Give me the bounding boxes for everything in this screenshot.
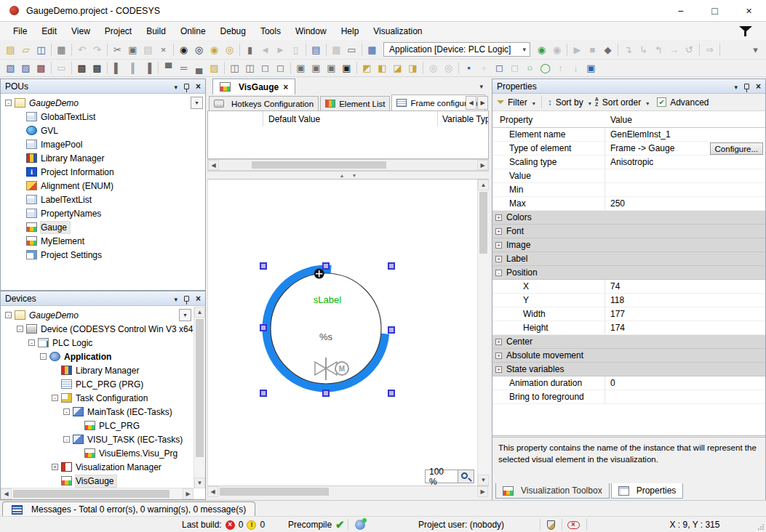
bottom-tab-properties[interactable]: Properties [611,483,684,499]
group-icon[interactable]: ◎ [426,61,441,76]
chevron-down-icon[interactable] [531,97,535,108]
property-row-center[interactable]: +Center [492,335,765,349]
property-row-scaling-type[interactable]: Scaling typeAnisotropic [492,156,765,169]
menu-view[interactable]: View [64,23,97,39]
previous-bookmark-icon[interactable]: ◄ [258,42,273,57]
declare-variable-icon[interactable]: ▦ [329,42,344,57]
property-value-width[interactable]: 177 [605,309,765,319]
new-project-icon[interactable]: ▤ [3,42,18,57]
collapse-icon[interactable]: - [28,339,35,346]
canvas-vscrollbar[interactable]: ▲ ▼ [477,180,489,485]
print-icon[interactable]: ▦ [54,42,69,57]
property-row-image[interactable]: +Image [492,238,765,252]
paste-icon[interactable]: ▤ [140,42,156,57]
menu-edit[interactable]: Edit [34,23,64,39]
text-editor-icon[interactable]: ▣ [583,61,599,76]
collapse-icon[interactable]: - [5,100,12,106]
selection-handle-sw[interactable] [260,390,267,397]
size-to-grid-icon[interactable]: ▣ [339,61,354,76]
expand-icon[interactable]: + [495,228,502,235]
anchor-corner-icon[interactable]: ▫ [476,61,492,76]
advanced-checkbox[interactable] [657,97,666,107]
property-value-animation-duration[interactable]: 0 [605,378,765,388]
collapse-icon[interactable]: - [52,395,58,401]
close-icon[interactable] [756,81,761,92]
scroll-down-icon[interactable]: ▼ [478,475,489,485]
tree-item-gvl[interactable]: GVL [1,124,205,137]
editor-splitter[interactable]: ▲ ▼ [207,171,489,180]
canvas-hscrollbar[interactable]: ◀ ▶ [207,485,489,497]
minimize-button[interactable]: − [663,0,698,21]
property-value-scaling-type[interactable]: Anisotropic [605,157,765,167]
scroll-right-icon[interactable]: ▶ [477,486,488,497]
close-icon[interactable] [196,81,201,92]
tree-item-plc-prg-prg[interactable]: PLC_PRG (PRG) [1,377,194,391]
device-manager-icon[interactable]: ▨ [18,61,33,76]
scroll-thumb[interactable] [252,161,386,169]
align-right-icon[interactable]: ▐ [140,61,156,76]
step-out-icon[interactable]: ↰ [651,42,666,57]
distribute-vertical2-icon[interactable]: ◻ [273,61,288,76]
expand-icon[interactable]: + [52,464,58,470]
copy-icon[interactable]: ▣ [125,42,140,57]
property-row-width[interactable]: Width177 [492,307,765,321]
scroll-right-icon[interactable]: ▶ [183,488,194,499]
gauge-element[interactable]: sLabel %s M [258,261,394,396]
tree-item-globaltextlist[interactable]: GlobalTextList [1,110,205,124]
tree-item-gauge[interactable]: Gauge [1,220,205,234]
splitter-down-icon[interactable]: ▼ [352,173,357,178]
align-bottom-icon[interactable]: ▄ [191,61,207,76]
close-button[interactable]: × [732,0,766,21]
property-row-position[interactable]: -Position [492,266,765,280]
collapse-icon[interactable]: - [495,270,502,276]
bring-forward-icon[interactable]: ◪ [390,61,405,76]
expand-icon[interactable]: + [495,366,502,373]
property-row-animation-duration[interactable]: Animation duration0 [492,376,765,390]
scroll-up-icon[interactable]: ▲ [478,180,489,190]
scroll-thumb[interactable] [220,488,329,496]
property-value-height[interactable]: 174 [605,323,765,333]
selection-handle-nw[interactable] [260,262,267,270]
chevron-down-icon[interactable] [645,97,649,108]
make-same-size-icon[interactable]: ▣ [324,61,339,76]
property-column-header[interactable]: Property [492,115,605,125]
menu-help[interactable]: Help [334,23,367,39]
chevron-down-icon[interactable] [587,97,591,108]
property-row-font[interactable]: +Font [492,225,765,238]
tree-item-imagepool[interactable]: ImagePool [1,137,205,151]
visu-style2-icon[interactable]: ▩ [89,61,105,76]
make-same-height-icon[interactable]: ▣ [308,61,324,76]
panel-menu-icon[interactable] [734,81,738,92]
selection-handle-ne[interactable] [388,262,395,270]
expand-icon[interactable]: + [495,352,502,359]
move-up-icon[interactable]: ↑ [553,61,568,76]
property-row-colors[interactable]: +Colors [492,211,765,225]
zoom-level-field[interactable]: 100 % [425,469,458,483]
collapse-icon[interactable]: - [40,353,47,360]
tree-item-plc-logic[interactable]: -PLC Logic [1,336,194,350]
send-to-back-icon[interactable]: ◨ [405,61,420,76]
sort-by-button[interactable]: Sort by [556,97,583,108]
property-row-y[interactable]: Y118 [492,294,765,307]
collapse-icon[interactable]: - [63,436,70,443]
pin-icon[interactable] [184,84,189,89]
property-row-type-of-element[interactable]: Type of elementFrame -> GaugeConfigure..… [492,142,765,156]
save-project-icon[interactable]: ◫ [33,42,49,57]
scroll-down-icon[interactable]: ▼ [194,477,205,488]
cloud-offline-icon[interactable] [567,517,580,532]
scroll-thumb[interactable] [479,192,487,254]
anchor-multi-icon[interactable]: ◯ [538,61,553,76]
security-shield-icon[interactable] [547,517,555,532]
menu-online[interactable]: Online [173,23,213,39]
clear-bookmarks-icon[interactable]: ▯ [288,42,303,57]
visu-style-icon[interactable]: ▩ [74,61,89,76]
frame-config-grid[interactable] [207,126,489,159]
background-image-icon[interactable]: ▨ [207,61,222,76]
menu-file[interactable]: File [6,23,34,39]
selection-handle-se[interactable] [388,390,395,397]
scroll-thumb[interactable] [13,490,169,498]
run-to-cursor-icon[interactable]: → [666,42,682,57]
pin-icon[interactable] [744,84,749,89]
expand-icon[interactable]: + [495,256,502,262]
tree-item-visualization-manager[interactable]: +Visualization Manager [1,460,194,474]
